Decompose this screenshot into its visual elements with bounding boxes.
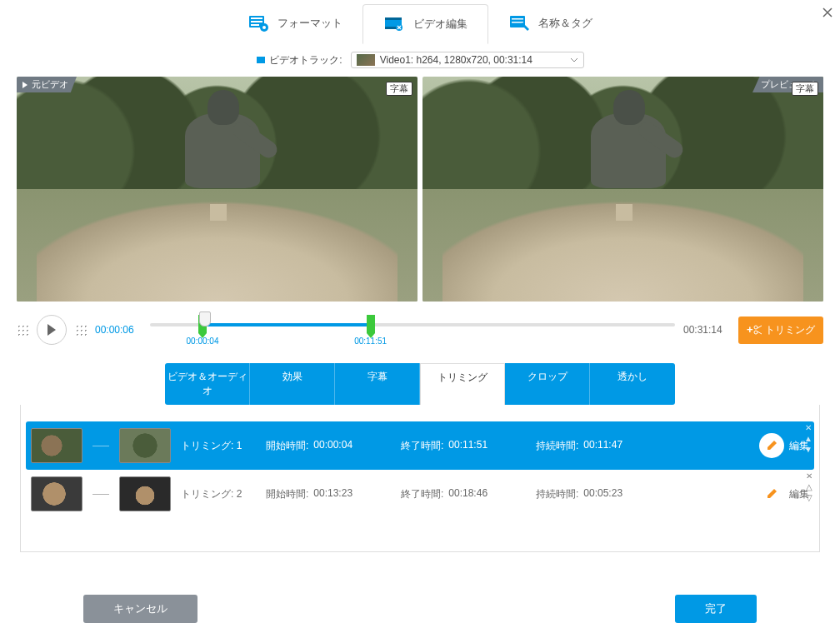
track-value: Video1: h264, 1280x720, 00:31:14 (380, 54, 532, 66)
thumb-separator (92, 494, 109, 495)
trim-row[interactable]: トリミング: 2 開始時間:00:13:23 終了時間:00:18:46 持続時… (26, 470, 814, 518)
chevron-down-icon (570, 57, 578, 62)
trim-row[interactable]: トリミング: 1 開始時間:00:00:04 終了時間:00:11:51 持続時… (26, 421, 814, 470)
trim-start: 開始時間:00:00:04 (266, 439, 391, 453)
timeline-selection (202, 323, 371, 326)
row-down-icon[interactable]: ▽ (806, 493, 812, 502)
svg-point-17 (754, 331, 758, 334)
svg-rect-3 (251, 24, 259, 26)
tab-label: フォーマット (278, 16, 342, 31)
thumb-separator (92, 446, 109, 446)
source-preview[interactable]: 元ビデオ 字幕 (17, 77, 418, 302)
row-delete-icon[interactable]: ✕ (806, 471, 812, 481)
grip-icon[interactable] (75, 324, 87, 336)
trim-end-handle[interactable] (367, 315, 375, 333)
trim-start: 開始時間:00:13:23 (266, 487, 391, 501)
bottom-bar: キャンセル 完了 (0, 580, 840, 643)
pencil-icon (759, 481, 784, 506)
edit-tab-video-audio[interactable]: ビデオ＆オーディオ (165, 363, 250, 405)
add-trim-button[interactable]: + トリミング (738, 317, 823, 344)
row-controls: ✕ ▲ ▼ (804, 423, 812, 454)
trim-button-label: トリミング (765, 323, 815, 337)
thumb-start (31, 476, 82, 511)
svg-rect-13 (257, 57, 265, 63)
thumb-end (119, 476, 171, 511)
video-frame (422, 77, 823, 302)
trim-end: 終了時間:00:18:46 (401, 487, 526, 501)
subtitle-badge: 字幕 (386, 82, 412, 96)
video-track-select[interactable]: Video1: h264, 1280x720, 00:31:14 (351, 52, 584, 68)
edit-tab-bar: ビデオ＆オーディオ 効果 字幕 トリミング クロップ 透かし (0, 348, 840, 405)
timeline-duration: 00:31:14 (683, 324, 730, 336)
thumb-end (119, 428, 171, 463)
edit-trim-button[interactable]: 編集 (759, 433, 809, 458)
cancel-button[interactable]: キャンセル (83, 595, 198, 623)
edit-tab-effect[interactable]: 効果 (250, 363, 335, 405)
preview-container: 元ビデオ 字幕 プレビュー 字幕 (0, 77, 840, 302)
close-icon (822, 7, 832, 17)
edit-tab-crop[interactable]: クロップ (505, 363, 590, 405)
trim-duration: 持続時間:00:05:23 (536, 487, 661, 501)
edit-tab-trimming[interactable]: トリミング (420, 363, 505, 405)
svg-text:+: + (747, 324, 753, 336)
tab-name-tag[interactable]: 名称＆タグ (488, 4, 612, 42)
row-delete-icon[interactable]: ✕ (805, 423, 812, 432)
svg-point-5 (262, 26, 266, 29)
output-preview[interactable]: プレビュー 字幕 (422, 77, 823, 302)
row-up-icon[interactable]: △ (806, 482, 812, 491)
edit-tab-subtitle[interactable]: 字幕 (335, 363, 420, 405)
trim-end: 終了時間:00:11:51 (401, 439, 526, 453)
tab-video-edit[interactable]: ビデオ編集 (362, 4, 488, 44)
video-edit-icon (383, 15, 407, 33)
trim-index: トリミング: 1 (181, 439, 256, 453)
name-tag-icon (508, 14, 532, 32)
tab-label: 名称＆タグ (538, 16, 592, 31)
svg-rect-1 (251, 17, 262, 19)
svg-rect-7 (385, 17, 402, 20)
svg-rect-11 (512, 18, 523, 20)
svg-point-16 (754, 326, 758, 329)
video-track-label: ビデオトラック: (256, 53, 342, 67)
trim-index: トリミング: 2 (181, 487, 256, 501)
play-icon (47, 324, 57, 336)
row-controls: ✕ △ ▽ (806, 471, 812, 502)
playhead[interactable] (199, 312, 211, 326)
trim-duration: 持続時間:00:11:47 (536, 439, 661, 453)
scissors-plus-icon: + (747, 324, 762, 336)
timeline-track[interactable]: 00:00:04 00:11:51 (150, 318, 675, 341)
track-label-text: ビデオトラック: (269, 53, 342, 67)
video-track-row: ビデオトラック: Video1: h264, 1280x720, 00:31:1… (0, 47, 840, 77)
grip-icon[interactable] (17, 324, 28, 336)
row-down-icon[interactable]: ▼ (804, 445, 812, 454)
trim-list-panel: トリミング: 1 開始時間:00:00:04 終了時間:00:11:51 持続時… (20, 405, 820, 552)
track-icon (256, 55, 266, 65)
row-up-icon[interactable]: ▲ (804, 434, 812, 443)
timeline-current-time: 00:00:06 (95, 324, 142, 336)
mark-end: 00:11:51 (354, 336, 387, 346)
source-label: 元ビデオ (17, 77, 77, 92)
tab-label: ビデオ編集 (413, 17, 468, 32)
timeline: 00:00:06 00:00:04 00:11:51 00:31:14 + トリ… (0, 302, 840, 348)
track-thumb (357, 54, 375, 66)
top-tab-bar: フォーマット ビデオ編集 名称＆タグ (0, 0, 840, 47)
play-button[interactable] (37, 315, 67, 345)
tab-format[interactable]: フォーマット (228, 4, 362, 42)
mark-start: 00:00:04 (187, 336, 219, 346)
subtitle-badge: 字幕 (792, 82, 818, 96)
source-label-text: 元ビデオ (32, 78, 68, 91)
pencil-icon (759, 433, 784, 458)
edit-tab-watermark[interactable]: 透かし (590, 363, 675, 405)
done-button[interactable]: 完了 (675, 595, 757, 623)
format-icon (248, 14, 271, 32)
svg-rect-12 (512, 22, 523, 23)
window-close-button[interactable] (815, 0, 840, 25)
edit-trim-button[interactable]: 編集 (759, 481, 809, 506)
video-frame (17, 77, 418, 302)
thumb-start (31, 428, 82, 463)
svg-rect-2 (251, 21, 262, 22)
play-icon (22, 82, 28, 88)
